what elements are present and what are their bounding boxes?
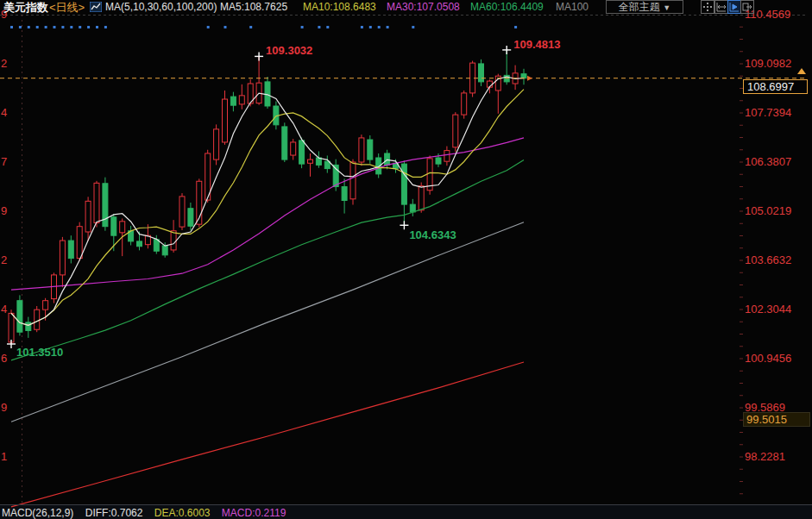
period-label[interactable]: <日线> <box>49 1 85 14</box>
macd-macd-value: MACD:0.2119 <box>222 507 286 519</box>
y-axis-label: 102.3044 <box>745 303 809 316</box>
kline-chart-icon[interactable] <box>90 2 102 12</box>
ma30-value: MA30:107.0508 <box>387 1 460 14</box>
move-icon[interactable] <box>701 0 714 14</box>
fit-scale-icon[interactable] <box>714 0 728 14</box>
candlestick-chart[interactable] <box>0 0 812 519</box>
y-axis-label-cut: 9 <box>1 401 8 415</box>
peak-label-1: 109.3032 <box>266 44 312 57</box>
ma60-value: MA60:106.4409 <box>470 1 544 14</box>
chevron-down-icon: ▼ <box>663 3 670 12</box>
macd-diff-value: DIFF:0.7062 <box>85 507 143 519</box>
y-axis-label-cut: 9 <box>1 204 8 218</box>
symbol-name[interactable]: 美元指数 <box>3 1 48 14</box>
y-axis-label: 106.3807 <box>745 155 809 169</box>
theme-dropdown[interactable]: 全部主题 ▼ <box>606 0 683 14</box>
ma5-value: MA5:108.7625 <box>220 1 287 14</box>
y-axis-label-cut: 7 <box>1 155 8 169</box>
peak-label-2: 109.4813 <box>513 38 560 51</box>
go-latest-icon[interactable] <box>740 0 754 14</box>
y-axis-label: 107.7394 <box>745 106 809 120</box>
y-axis-label-cut: 1 <box>1 450 8 464</box>
macd-dea-value: DEA:0.6003 <box>154 507 211 519</box>
ma10-value: MA10:108.6483 <box>303 1 376 14</box>
trough-label: 104.6343 <box>409 228 456 241</box>
macd-indicator-row: MACD(26,12,9) DIFF:0.7062 DEA:0.6003 MAC… <box>2 507 294 519</box>
ma-params-label: MA(5,10,30,60,100,200) <box>105 1 217 14</box>
chart-header-bar: 美元指数 <日线> MA(5,10,30,60,100,200) MA5:108… <box>0 0 812 15</box>
macd-params: MACD(26,12,9) <box>2 507 73 519</box>
y-axis-label: 105.0219 <box>745 204 809 218</box>
y-axis-label-cut: 6 <box>1 352 8 366</box>
y-axis-label: 98.2281 <box>745 450 809 464</box>
current-price-tag: 108.6997 <box>743 79 808 94</box>
theme-dropdown-label: 全部主题 <box>619 1 660 13</box>
y-axis-label-cut: 4 <box>1 106 8 120</box>
auto-follow-icon[interactable] <box>727 0 741 14</box>
y-axis-label-cut: 4 <box>1 303 8 316</box>
y-axis-label-cut: 2 <box>1 253 8 267</box>
y-axis-label: 100.9456 <box>745 352 809 366</box>
ma100-value: MA100 <box>556 1 589 14</box>
y-axis-label-cut: 2 <box>1 57 8 71</box>
y-axis-label: 109.0982 <box>745 57 809 71</box>
range-low-label: 101.3510 <box>16 346 63 359</box>
secondary-price-tag: 99.5015 <box>743 412 810 427</box>
y-axis-label: 103.6632 <box>745 253 809 267</box>
chart-app-window: 美元指数 <日线> MA(5,10,30,60,100,200) MA5:108… <box>0 0 812 519</box>
